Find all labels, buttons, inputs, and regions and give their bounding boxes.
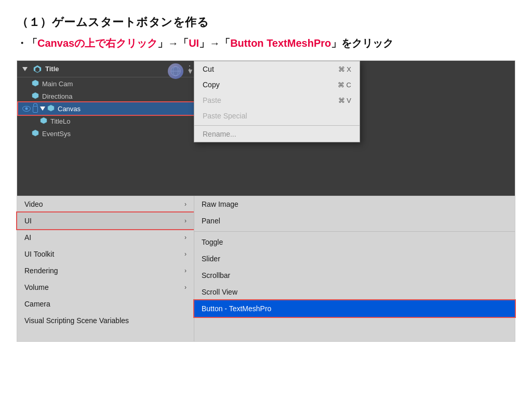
visual-scripting-label: Visual Scripting Scene Variables xyxy=(24,316,129,325)
cube-icon-4 xyxy=(32,129,39,138)
submenu-slider[interactable]: Slider xyxy=(194,250,515,267)
submenu-rendering[interactable]: Rendering › xyxy=(17,262,194,279)
svg-marker-8 xyxy=(41,117,47,124)
hierarchy-header: Title ⋮ ▼ xyxy=(17,61,199,77)
camera-label: Camera xyxy=(24,300,50,308)
submenu-ui-toolkit[interactable]: UI Toolkit › xyxy=(17,246,194,262)
dropdown-arrow-icon: ▼ xyxy=(187,67,194,75)
context-menu-separator xyxy=(194,125,360,126)
scroll-view-label: Scroll View xyxy=(202,288,237,296)
submenu-ui[interactable]: UI › xyxy=(17,212,194,229)
subtitle-red1: Canvasの上で右クリック xyxy=(37,37,157,49)
bottom-panel: Video › UI › AI › UI Toolkit › Rendering xyxy=(17,196,515,341)
context-menu-paste-special[interactable]: Paste Special xyxy=(194,108,360,124)
page-container: （１）ゲームスタートボタンを作る ・「Canvasの上で右クリック」→「UI」→… xyxy=(0,0,532,399)
cube-icon-3 xyxy=(40,117,47,126)
unity-logo-icon xyxy=(33,64,42,74)
submenu-camera[interactable]: Camera xyxy=(17,296,194,312)
hierarchy-item-eventsys[interactable]: EventSys xyxy=(17,127,199,140)
submenu-volume[interactable]: Volume › xyxy=(17,279,194,296)
subtitle-suffix: 」をクリック xyxy=(331,37,393,49)
context-menu-paste[interactable]: Paste ⌘ V xyxy=(194,92,360,108)
hierarchy-item-titlelo[interactable]: TitleLo xyxy=(17,115,199,127)
top-panel: Title ⋮ ▼ xyxy=(17,61,515,196)
right-submenu: Raw Image Panel Toggle Slider Scrollbar … xyxy=(194,196,515,341)
eventsys-label: EventSys xyxy=(42,130,71,138)
submenu-button-textmeshpro[interactable]: Button - TextMeshPro xyxy=(194,300,515,317)
submenu-scroll-view[interactable]: Scroll View xyxy=(194,284,515,300)
left-submenu: Video › UI › AI › UI Toolkit › Rendering xyxy=(17,196,194,341)
paste-special-label: Paste Special xyxy=(203,112,247,120)
copy-label: Copy xyxy=(203,81,220,89)
submenu-video[interactable]: Video › xyxy=(17,196,194,212)
cut-shortcut: ⌘ X xyxy=(338,65,351,73)
hierarchy-item-canvas[interactable]: Canvas xyxy=(17,102,199,115)
rendering-arrow-icon: › xyxy=(184,267,187,274)
button-textmeshpro-label: Button - TextMeshPro xyxy=(202,304,271,313)
ui-label: UI xyxy=(24,217,32,225)
copy-shortcut: ⌘ C xyxy=(338,81,351,89)
volume-arrow-icon: › xyxy=(184,284,187,291)
panel-label: Panel xyxy=(202,217,220,225)
right-submenu-separator xyxy=(194,231,515,232)
subtitle-red2: UI xyxy=(189,37,199,49)
hierarchy-title-row: Title xyxy=(22,64,59,74)
ai-label: AI xyxy=(24,233,31,242)
canvas-expand-icon xyxy=(40,107,45,111)
subtitle-prefix: ・「 xyxy=(17,37,37,49)
directional-label: Directiona xyxy=(42,92,73,100)
deco-sphere-icon xyxy=(168,63,183,79)
scrollbar-label: Scrollbar xyxy=(202,271,230,280)
context-menu-rename[interactable]: Rename... xyxy=(194,127,360,142)
hierarchy-item-main-cam[interactable]: Main Cam xyxy=(17,77,199,90)
cut-label: Cut xyxy=(203,65,214,73)
svg-marker-6 xyxy=(32,92,38,99)
submenu-panel[interactable]: Panel xyxy=(194,212,515,229)
submenu-scrollbar[interactable]: Scrollbar xyxy=(194,267,515,284)
ui-toolkit-label: UI Toolkit xyxy=(24,250,54,258)
context-menu-cut[interactable]: Cut ⌘ X xyxy=(194,61,360,77)
svg-marker-5 xyxy=(32,80,38,86)
screenshot-area: Title ⋮ ▼ xyxy=(17,60,515,342)
rendering-label: Rendering xyxy=(24,267,58,275)
svg-marker-9 xyxy=(32,130,38,136)
eye-lock-icons xyxy=(22,105,38,113)
ui-arrow-icon: › xyxy=(184,217,187,224)
rename-label: Rename... xyxy=(203,130,236,138)
paste-label: Paste xyxy=(203,96,221,104)
cube-icon-2 xyxy=(32,92,39,101)
video-arrow-icon: › xyxy=(184,201,187,208)
main-cam-label: Main Cam xyxy=(42,80,73,88)
cube-icon-canvas xyxy=(47,104,55,113)
context-menu-copy[interactable]: Copy ⌘ C xyxy=(194,77,360,92)
slider-label: Slider xyxy=(202,255,220,263)
subtitle-mid1: 」→「 xyxy=(157,37,189,49)
lock-icon xyxy=(33,106,38,113)
cube-icon xyxy=(32,79,39,88)
subtitle-mid2: 」→「 xyxy=(199,37,230,49)
submenu-toggle[interactable]: Toggle xyxy=(194,234,515,250)
ai-arrow-icon: › xyxy=(184,234,187,241)
eye-icon xyxy=(22,106,31,112)
top-right-decoration: ▼ xyxy=(168,63,194,79)
svg-marker-7 xyxy=(48,105,54,111)
hierarchy-panel: Title ⋮ ▼ xyxy=(17,61,199,195)
context-menu: Cut ⌘ X Copy ⌘ C Paste ⌘ V Paste Special… xyxy=(194,61,360,142)
submenu-visual-scripting[interactable]: Visual Scripting Scene Variables xyxy=(17,312,194,329)
ui-toolkit-arrow-icon: › xyxy=(184,250,187,258)
submenu-ai[interactable]: AI › xyxy=(17,229,194,246)
hierarchy-title-text: Title xyxy=(45,65,59,73)
subtitle-red3: Button TextMeshPro xyxy=(230,37,331,49)
toggle-label: Toggle xyxy=(202,238,223,246)
volume-label: Volume xyxy=(24,283,49,291)
canvas-label: Canvas xyxy=(58,105,81,113)
raw-image-label: Raw Image xyxy=(202,200,238,208)
header-subtitle: ・「Canvasの上で右クリック」→「UI」→「Button TextMeshP… xyxy=(17,35,515,51)
expand-icon xyxy=(22,67,28,71)
hierarchy-item-directional[interactable]: Directiona xyxy=(17,90,199,102)
header-title: （１）ゲームスタートボタンを作る xyxy=(17,15,515,30)
video-label: Video xyxy=(24,200,43,208)
titlelo-label: TitleLo xyxy=(50,117,71,125)
submenu-raw-image[interactable]: Raw Image xyxy=(194,196,515,212)
paste-shortcut: ⌘ V xyxy=(338,97,351,104)
